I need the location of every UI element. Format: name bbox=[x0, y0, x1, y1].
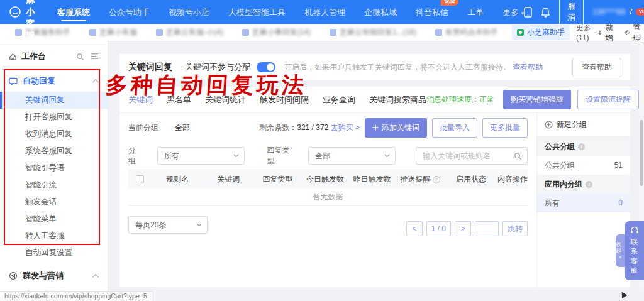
nav-item-work-order[interactable]: 工单 bbox=[467, 1, 484, 23]
sidebar-item-trigger-session[interactable]: 触发会话 bbox=[0, 194, 108, 211]
nav-item-douyin-dm[interactable]: 抖音私信 免费 bbox=[416, 1, 448, 23]
reply-type-label: 回复类型 bbox=[267, 145, 295, 167]
select-all-checkbox[interactable] bbox=[136, 175, 144, 183]
main-content: 关键词回复 关键词不参与分配 开启后，如果用户只触发了关键词回复，将不会进入人工… bbox=[108, 41, 644, 291]
nav-item-cs-system[interactable]: 客服系统 bbox=[57, 1, 90, 23]
group-filter-select[interactable]: 所有 bbox=[157, 147, 245, 165]
col-push-alert: 推送提醒 ? bbox=[396, 174, 445, 185]
current-group-row: 当前分组 全部 剩余条数：321 / 372 去购买 > 添加关键词 批 bbox=[128, 113, 528, 142]
sidebar-group-marketing[interactable]: 群发与营销 bbox=[0, 265, 108, 287]
set-rate-limit-alert-button[interactable]: 设置限流提醒 bbox=[577, 90, 639, 109]
tab-keyword-search-goods[interactable]: 关键词搜索商品 bbox=[369, 94, 426, 106]
headset-icon bbox=[630, 226, 639, 234]
cs-message-button[interactable]: 客服消息 bbox=[559, 0, 584, 38]
page-size-select[interactable]: 每页20条 bbox=[128, 216, 208, 234]
info-icon[interactable]: i bbox=[578, 143, 585, 150]
sidebar-item-received-msg-reply[interactable]: 收到消息回复 bbox=[0, 126, 108, 143]
table-footer: 每页20条 < 1 / 0 > 跳转 bbox=[128, 216, 528, 236]
plus-circle-icon bbox=[545, 121, 553, 129]
collapse-menu-icon[interactable] bbox=[91, 53, 99, 60]
sidebar-item-smart-guide[interactable]: 智能引导语 bbox=[0, 160, 108, 177]
sidebar-group-auto-reply[interactable]: 自动回复 bbox=[0, 70, 108, 92]
contact-support-button[interactable]: 联系客服 bbox=[625, 221, 644, 280]
keyword-distribute-toggle[interactable] bbox=[257, 62, 275, 72]
nav-item-official-account[interactable]: 公众号助手 bbox=[109, 1, 150, 23]
nav-item-channels-shop[interactable]: 视频号小店 bbox=[169, 1, 209, 23]
buy-marketing-enhance-button[interactable]: 购买营销增强版 bbox=[503, 90, 571, 109]
app-icon bbox=[242, 29, 249, 36]
keyword-actions: 剩余条数：321 / 372 去购买 > 添加关键词 批量导入 更多批量 bbox=[259, 118, 528, 138]
tab-trigger-interval[interactable]: 触发时间间隔 bbox=[260, 94, 309, 106]
chevron-up-icon bbox=[92, 273, 99, 280]
buy-more-link[interactable]: 去购买 > bbox=[331, 123, 360, 132]
tab-keyword[interactable]: 关键词 bbox=[128, 94, 153, 106]
sidebar-item-to-human-agent[interactable]: 转人工客服 bbox=[0, 227, 108, 244]
app-tab-2[interactable]: 芝麻小客服 bbox=[84, 25, 142, 40]
sidebar-item-keyword-reply[interactable]: 关键词回复 bbox=[0, 92, 108, 109]
page-jump-button[interactable]: 跳转 bbox=[502, 221, 528, 236]
app-icon bbox=[435, 29, 442, 36]
app-icon bbox=[156, 29, 163, 36]
group-row-public[interactable]: 公共分组 51 bbox=[537, 156, 630, 175]
keyword-list-pane: 当前分组 全部 剩余条数：321 / 372 去购买 > 添加关键词 批 bbox=[119, 113, 536, 287]
mobile-icon[interactable] bbox=[524, 7, 532, 18]
main-nav: 客服系统 公众号助手 视频号小店 大模型智能工具 机器人管理 企微私域 抖音私信… bbox=[57, 1, 524, 23]
add-keyword-button[interactable]: 添加关键词 bbox=[365, 118, 427, 138]
view-help-button[interactable]: 查看帮助 bbox=[572, 58, 621, 77]
col-content-actions: 内容操作 bbox=[497, 174, 528, 185]
current-group-value[interactable]: 全部 bbox=[175, 123, 190, 133]
keyword-search-box[interactable] bbox=[416, 147, 528, 165]
sidebar-item-smart-diversion[interactable]: 智能引流 bbox=[0, 177, 108, 194]
collapse-contact-button[interactable]: 收起 » bbox=[616, 234, 625, 267]
group-filter-label: 分组 bbox=[128, 145, 142, 167]
group-count: 51 bbox=[614, 161, 623, 170]
nav-item-more[interactable]: 更多 ▾ bbox=[502, 1, 524, 23]
more-batch-button[interactable]: 更多批量 bbox=[482, 118, 528, 138]
search-icon[interactable] bbox=[514, 152, 522, 160]
brand-logo[interactable]: 芝麻小客服 bbox=[9, 0, 36, 42]
user-menu[interactable]: 136****88 7 vip 2 bbox=[592, 8, 644, 16]
next-page-button[interactable]: > bbox=[455, 221, 471, 236]
col-rule-name: 规则名 bbox=[152, 174, 203, 185]
app-icon bbox=[517, 29, 524, 36]
tab-business-query[interactable]: 业务查询 bbox=[323, 94, 355, 106]
status-url-text: https://xiaokefu.com.cn/vip/shoppingCart… bbox=[0, 291, 152, 301]
sidebar-item-workbench[interactable]: 工作台 bbox=[0, 47, 108, 67]
batch-import-button[interactable]: 批量导入 bbox=[432, 118, 477, 138]
info-icon[interactable]: i bbox=[586, 181, 592, 188]
page-indicator: 1 / 0 bbox=[426, 221, 451, 236]
nav-item-llm-tools[interactable]: 大模型智能工具 bbox=[228, 1, 286, 23]
keyword-search-input[interactable] bbox=[423, 151, 514, 160]
col-enable-status: 启用状态 bbox=[445, 174, 497, 185]
app-icon bbox=[89, 29, 96, 36]
chevron-down-icon bbox=[384, 154, 390, 158]
tab-blacklist[interactable]: 黑名单 bbox=[167, 94, 191, 106]
prev-page-button[interactable]: < bbox=[406, 221, 423, 236]
chevron-down-icon bbox=[196, 223, 202, 227]
sidebar-item-system-cs-reply[interactable]: 系统客服回复 bbox=[0, 143, 108, 160]
sidebar-item-auto-reply-settings[interactable]: 自动回复设置 bbox=[0, 244, 108, 261]
question-circle-icon[interactable]: ? bbox=[433, 176, 440, 183]
app-tab-6[interactable]: 有赞码合并助手 bbox=[430, 25, 503, 40]
scrollbar-thumb[interactable] bbox=[640, 120, 643, 186]
sidebar-item-open-cs-reply[interactable]: 打开客服回复 bbox=[0, 109, 108, 126]
user-name-blurred: 136****88 bbox=[592, 8, 625, 16]
tab-keyword-stats[interactable]: 关键词统计 bbox=[205, 94, 246, 106]
app-tab-5[interactable]: 芝麻云智能回复1...(18) bbox=[325, 25, 421, 40]
app-tab-3[interactable]: 芝麻云客服-小(4) bbox=[151, 25, 228, 40]
nav-item-robot-mgmt[interactable]: 机器人管理 bbox=[304, 1, 345, 23]
reply-type-select[interactable]: 全部 bbox=[308, 147, 396, 165]
bell-icon[interactable] bbox=[541, 7, 550, 18]
page-jump-input[interactable] bbox=[475, 221, 499, 236]
sidebar: 工作台 自动回复 关键词回复 打开客服回复 收到消息回复 系统客服回复 智能引导… bbox=[0, 41, 108, 291]
empty-state-text: 暂无数据 bbox=[128, 189, 528, 206]
group-row-all[interactable]: 所有 0 bbox=[537, 194, 630, 212]
sidebar-item-smart-menu[interactable]: 智能菜单 bbox=[0, 211, 108, 227]
new-group-button[interactable]: 新建分组 bbox=[537, 113, 630, 137]
app-tab-4[interactable]: 芝麻小事回复(14) bbox=[237, 25, 316, 40]
search-icon[interactable] bbox=[76, 53, 84, 61]
nav-item-wecom[interactable]: 企微私域 bbox=[364, 1, 397, 23]
page-title: 关键词回复 bbox=[128, 62, 172, 73]
navbar-right: 客服消息 136****88 7 vip 2 bbox=[524, 0, 644, 38]
help-link[interactable]: 查看帮助 bbox=[513, 63, 543, 72]
